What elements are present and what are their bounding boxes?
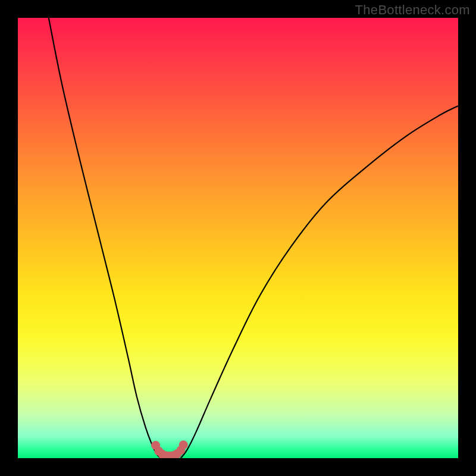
curve-right	[181, 106, 458, 458]
valley-dot	[179, 440, 188, 449]
watermark-text: TheBottleneck.com	[355, 2, 470, 18]
chart-frame: TheBottleneck.com	[0, 0, 476, 476]
curve-layer	[18, 18, 458, 458]
curve-left	[49, 18, 161, 458]
plot-area	[18, 18, 458, 458]
